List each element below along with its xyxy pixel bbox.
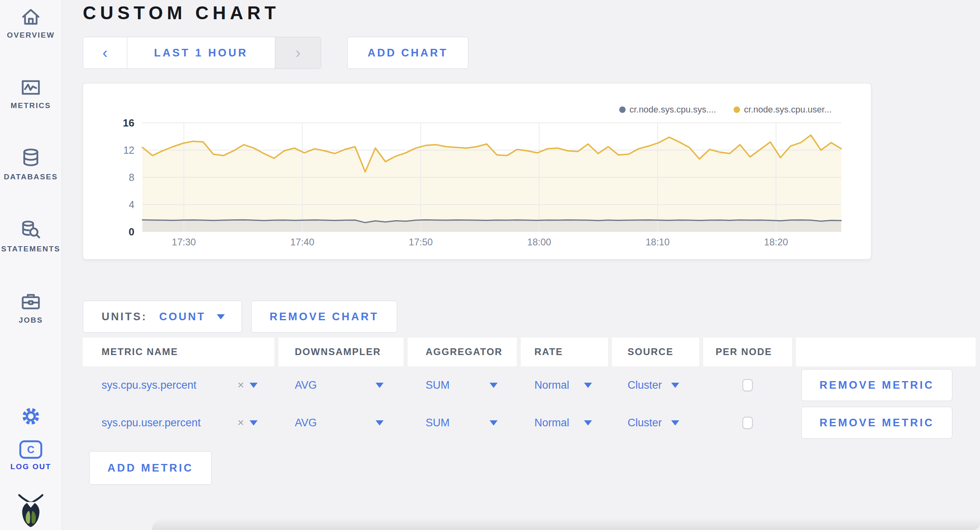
chevron-down-icon [671,383,679,388]
add-chart-button[interactable]: ADD CHART [347,37,468,69]
per-node-checkbox[interactable] [742,417,753,429]
database-icon [20,147,42,170]
sidebar-item-label: JOBS [19,316,43,325]
aggregator-value: SUM [426,379,450,391]
chevron-down-icon [584,420,592,426]
time-range-value: LAST 1 HOUR [154,47,248,59]
logout-button[interactable]: C LOG OUT [0,440,62,471]
svg-text:8: 8 [129,172,134,183]
settings-button[interactable] [0,406,62,427]
sidebar-item-label: OVERVIEW [7,31,55,40]
cockroach-bug-icon [15,493,47,528]
col-header-metric-name: METRIC NAME [102,346,178,357]
chevron-down-icon [490,420,498,426]
clear-icon[interactable]: × [238,416,244,429]
aggregator-select[interactable]: SUM [426,417,517,429]
sidebar-item-label: METRICS [11,101,51,110]
metric-name-value: sys.cpu.sys.percent [102,379,196,391]
chevron-right-icon: › [296,45,301,60]
sidebar-item-metrics[interactable]: METRICS [0,76,62,110]
sidebar-item-label: DATABASES [4,173,58,181]
chevron-down-icon [376,383,384,388]
downsampler-select[interactable]: AVG [295,379,404,391]
svg-text:18:00: 18:00 [527,237,551,247]
source-select[interactable]: Cluster [628,417,699,429]
chart-actions-row: UNITS: COUNT REMOVE CHART [83,301,980,333]
source-value: Cluster [628,417,662,429]
legend-dot-icon [734,106,740,113]
time-range-selector: ‹ LAST 1 HOUR › [83,37,321,69]
downsampler-select[interactable]: AVG [295,417,404,429]
units-value: COUNT [159,311,206,323]
chevron-down-icon [217,314,225,319]
sidebar-item-label: STATEMENTS [1,245,60,253]
controls-row: ‹ LAST 1 HOUR › ADD CHART [83,37,980,69]
rate-select[interactable]: Normal [534,417,608,429]
units-label: UNITS: [102,311,147,323]
svg-text:18:10: 18:10 [646,237,670,247]
svg-text:16: 16 [123,117,134,129]
chevron-down-icon [490,383,498,388]
remove-metric-button[interactable]: REMOVE METRIC [801,407,952,439]
chevron-left-icon: ‹ [102,45,108,60]
remove-chart-button[interactable]: REMOVE CHART [251,301,397,333]
home-icon [20,6,42,28]
cockroach-bug-logo[interactable] [0,493,62,528]
svg-text:12: 12 [123,145,134,156]
chevron-down-icon [376,420,384,426]
metric-row: sys.cpu.sys.percent × AVG SUM [83,366,976,404]
chevron-down-icon [671,420,679,426]
metric-row: sys.cpu.user.percent × AVG SUM [83,404,976,442]
briefcase-icon [20,291,42,313]
aggregator-value: SUM [426,417,450,429]
legend-dot-icon [619,106,626,113]
sidebar-item-overview[interactable]: OVERVIEW [0,6,62,40]
svg-text:17:50: 17:50 [409,237,433,247]
col-header-downsampler: DOWNSAMPLER [295,346,381,357]
downsampler-value: AVG [295,379,317,391]
metrics-table-header: METRIC NAME DOWNSAMPLER AGGREGATOR RATE … [83,337,976,366]
aggregator-select[interactable]: SUM [426,379,517,391]
chevron-down-icon [250,420,258,426]
source-select[interactable]: Cluster [628,379,699,391]
page-title: CUSTOM CHART [83,2,980,23]
add-metric-button[interactable]: ADD METRIC [89,451,212,485]
metrics-chart-icon [20,76,42,98]
time-next-button-disabled[interactable]: › [275,37,321,68]
svg-text:0: 0 [129,226,134,238]
remove-metric-button[interactable]: REMOVE METRIC [801,369,952,401]
cockroach-c-logo-icon: C [19,440,43,460]
col-header-rate: RATE [534,346,563,357]
svg-text:17:30: 17:30 [172,237,196,247]
sidebar-item-databases[interactable]: DATABASES [0,147,62,181]
legend-label: cr.node.sys.cpu.user... [744,104,832,115]
chart-legend: cr.node.sys.cpu.sys.... cr.node.sys.cpu.… [619,104,832,115]
chevron-down-icon [584,383,592,388]
svg-text:4: 4 [129,199,134,210]
col-header-per-node: PER NODE [716,346,772,357]
legend-label: cr.node.sys.cpu.sys.... [630,104,716,115]
sidebar-item-statements[interactable]: STATEMENTS [0,219,62,253]
metric-name-select[interactable]: sys.cpu.sys.percent × [102,379,274,391]
units-dropdown[interactable]: UNITS: COUNT [83,301,242,333]
logout-label: LOG OUT [10,462,51,471]
rate-select[interactable]: Normal [534,379,608,391]
time-range-dropdown[interactable]: LAST 1 HOUR [127,37,275,68]
metrics-table: METRIC NAME DOWNSAMPLER AGGREGATOR RATE … [83,337,976,442]
chart-panel: 048121617:3017:4017:5018:0018:1018:20 cr… [83,83,871,259]
metric-name-select[interactable]: sys.cpu.user.percent × [102,416,274,429]
svg-text:17:40: 17:40 [290,237,314,247]
time-prev-button[interactable]: ‹ [83,37,127,68]
legend-item-user[interactable]: cr.node.sys.cpu.user... [734,104,832,115]
sidebar: OVERVIEW METRICS DATABASES [0,0,62,530]
col-header-aggregator: AGGREGATOR [426,346,502,357]
rate-value: Normal [534,379,569,391]
per-node-checkbox[interactable] [742,379,753,391]
sidebar-item-jobs[interactable]: JOBS [0,291,62,325]
legend-item-sys[interactable]: cr.node.sys.cpu.sys.... [619,104,716,115]
clear-icon[interactable]: × [238,379,244,391]
svg-text:C: C [27,444,34,455]
source-value: Cluster [628,379,662,391]
main-content: CUSTOM CHART ‹ LAST 1 HOUR › ADD CHART 0… [62,0,980,530]
statements-search-icon [20,219,42,242]
